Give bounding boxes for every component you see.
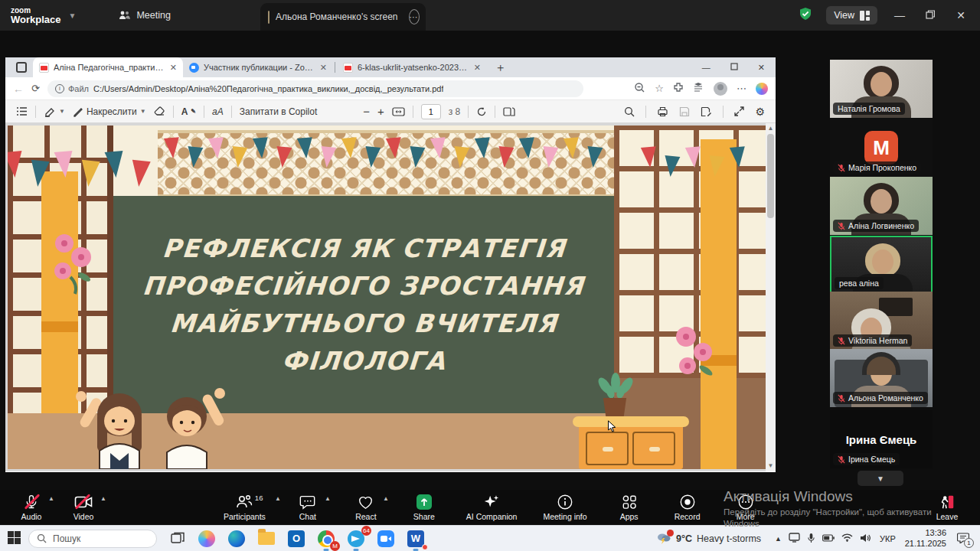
record-button[interactable]: Record	[667, 490, 708, 525]
page-info-icon[interactable]: i	[55, 84, 64, 93]
print-button[interactable]	[657, 106, 668, 117]
taskbar-telegram-icon[interactable]: 64	[346, 529, 366, 549]
react-button[interactable]: React ▲	[345, 490, 387, 525]
favorite-star-icon[interactable]: ☆	[655, 83, 664, 94]
page-input[interactable]	[421, 104, 441, 119]
toc-icon[interactable]	[16, 106, 28, 116]
react-options-chevron[interactable]: ▲	[383, 495, 389, 502]
save-as-button[interactable]	[701, 106, 712, 117]
chat-button[interactable]: Chat ▲	[287, 490, 328, 525]
pdf-scrollbar[interactable]: ▲ ▼	[766, 123, 776, 471]
browser-maximize-button[interactable]	[730, 63, 738, 72]
leave-button[interactable]: Leave	[926, 490, 968, 525]
ask-copilot-button[interactable]: Запитати в Copilot	[240, 106, 318, 117]
browser-tab-zoom[interactable]: Участник публикации - Zoom ✕	[183, 57, 333, 77]
notification-center-icon[interactable]: 1	[957, 532, 969, 545]
share-button[interactable]: Share	[403, 490, 445, 525]
participant-tile[interactable]: Наталія Громова	[830, 60, 933, 118]
pdf-settings-icon[interactable]: ⚙	[755, 106, 765, 118]
zoom-page-icon[interactable]	[634, 82, 645, 96]
taskbar-word-icon[interactable]: W	[406, 529, 426, 549]
participant-tile[interactable]: Альона Романченко	[830, 349, 933, 407]
view-button[interactable]: View	[826, 6, 877, 24]
taskbar-explorer-icon[interactable]	[256, 529, 276, 549]
reload-icon[interactable]: ⟳	[31, 83, 40, 94]
apps-button[interactable]: Apps	[609, 490, 650, 525]
participants-options-chevron[interactable]: ▲	[275, 495, 281, 502]
tray-mic-icon[interactable]	[807, 533, 815, 545]
taskbar-edge-icon[interactable]	[227, 529, 247, 549]
start-button[interactable]	[8, 531, 21, 546]
close-button[interactable]: ✕	[952, 9, 969, 21]
search-icon[interactable]	[624, 106, 635, 117]
filmstrip-more-button[interactable]: ▼	[858, 471, 903, 486]
audio-button[interactable]: Audio ▲	[11, 490, 52, 525]
url-field[interactable]: i Файл C:/Users/Admin/Desktop/Аліна%20Пе…	[47, 80, 583, 97]
pdf-viewport[interactable]: РЕФЛЕКСІЯ ЯК СТРАТЕГІЯ ПРОФЕСІЙНОГО ЗРОС…	[5, 123, 776, 471]
more-button[interactable]: More	[725, 490, 766, 525]
page-view-button[interactable]	[503, 106, 515, 116]
restore-button[interactable]	[922, 9, 939, 21]
tab-more-icon[interactable]: ⋯	[409, 9, 420, 24]
participant-tile[interactable]: M Марія Прокопенко	[830, 119, 933, 177]
eraser-icon[interactable]	[154, 106, 165, 116]
save-button[interactable]	[679, 106, 690, 117]
tab-close-icon[interactable]: ✕	[320, 63, 327, 73]
extensions-icon[interactable]	[673, 82, 684, 95]
browser-menu-icon[interactable]: ⋯	[737, 83, 746, 94]
video-button[interactable]: Video ▲	[63, 490, 104, 525]
audio-options-chevron[interactable]: ▲	[48, 495, 54, 502]
browser-tab-pdf-presentation[interactable]: Аліна Педагогічна_практика_ви ✕	[33, 57, 183, 77]
participant-tile-active-speaker[interactable]: рева аліна	[830, 236, 933, 294]
tab-meeting[interactable]: Meeting	[119, 10, 170, 21]
tab-search-icon[interactable]	[16, 62, 27, 73]
tray-wifi-icon[interactable]	[841, 533, 853, 543]
tray-cast-icon[interactable]	[789, 533, 800, 544]
collections-icon[interactable]	[693, 82, 704, 95]
copilot-icon[interactable]	[756, 83, 768, 95]
tray-volume-icon[interactable]	[860, 533, 871, 544]
scroll-down-icon[interactable]: ▼	[766, 461, 776, 471]
taskbar-outlook-icon[interactable]: O	[286, 529, 306, 549]
fit-width-button[interactable]	[392, 107, 405, 116]
browser-close-button[interactable]: ✕	[758, 63, 765, 73]
task-view-icon[interactable]	[171, 532, 185, 546]
chevron-down-icon[interactable]: ▼	[69, 11, 77, 20]
meeting-info-button[interactable]: Meeting info	[538, 490, 591, 525]
draw-tool[interactable]: Накреслити ▼	[73, 106, 146, 117]
weather-widget[interactable]: 9°C Heavy t-storms	[656, 532, 761, 546]
taskbar-zoom-icon[interactable]	[376, 529, 396, 549]
back-icon[interactable]: ←	[13, 83, 24, 95]
taskbar-clock[interactable]: 13:36 21.11.2025	[905, 528, 946, 549]
taskbar-chrome-icon[interactable]: M	[316, 529, 336, 549]
browser-tab-textbook[interactable]: 6-klas-ukrlit-yatsenko-2023.pdf ✕	[337, 57, 487, 77]
tab-close-icon[interactable]: ✕	[170, 63, 177, 73]
add-text-icon[interactable]: A✎	[181, 106, 196, 117]
highlighter-icon[interactable]: ▼	[44, 106, 65, 117]
participant-tile[interactable]: Аліна Логвиненко	[830, 177, 933, 235]
rotate-button[interactable]	[476, 106, 487, 117]
participant-tile[interactable]: Viktoriia Herman	[830, 292, 933, 350]
read-aloud-icon[interactable]: аА	[212, 106, 224, 117]
participants-button[interactable]: 16 Participants ▲	[219, 490, 270, 525]
ai-companion-button[interactable]: AI Companion	[462, 490, 522, 525]
search-input[interactable]: Пошук	[28, 530, 157, 548]
tray-expand-chevron[interactable]: ▲	[775, 535, 782, 543]
video-options-chevron[interactable]: ▲	[100, 495, 106, 502]
minimize-button[interactable]: —	[891, 9, 908, 21]
profile-avatar[interactable]	[714, 82, 727, 96]
tray-battery-icon[interactable]	[822, 534, 835, 543]
tab-close-icon[interactable]: ✕	[474, 63, 481, 73]
zoom-in-button[interactable]: +	[377, 105, 384, 118]
chat-options-chevron[interactable]: ▲	[325, 495, 331, 502]
scroll-up-icon[interactable]: ▲	[766, 123, 776, 134]
taskbar-copilot-icon[interactable]	[197, 529, 217, 549]
scrollbar-thumb[interactable]	[767, 134, 774, 218]
zoom-out-button[interactable]: −	[363, 105, 370, 118]
participant-tile[interactable]: Ірина Ємець Ірина Ємець	[830, 410, 933, 468]
browser-minimize-button[interactable]: —	[702, 63, 710, 72]
language-indicator[interactable]: УКР	[880, 534, 896, 543]
tab-screen-share[interactable]: Альона Романченко's screen ⋯	[260, 3, 426, 31]
new-tab-button[interactable]: ＋	[495, 60, 506, 75]
fullscreen-button[interactable]	[734, 106, 744, 116]
